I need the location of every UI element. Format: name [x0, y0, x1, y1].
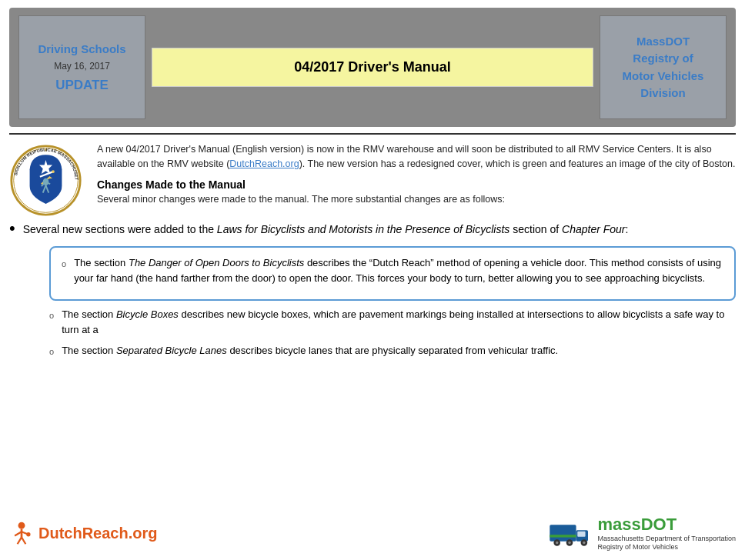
- svg-point-4: [52, 170, 55, 173]
- dutch-reach-text: DutchReach.org: [38, 525, 157, 542]
- laws-italic: Laws for Bicyclists and Motorists in the…: [217, 223, 509, 235]
- massdot-main-text: massDOT: [597, 515, 677, 535]
- svg-point-27: [569, 542, 571, 544]
- svg-rect-30: [550, 535, 576, 537]
- main-bullet-dot: •: [9, 218, 15, 238]
- motor-vehicles-label: Motor Vehicles: [623, 68, 704, 85]
- svg-line-18: [18, 538, 22, 545]
- chapter-italic: Chapter Four: [562, 223, 625, 235]
- rmv-link[interactable]: DutchReach.org: [229, 158, 299, 169]
- svg-point-20: [26, 532, 30, 536]
- main-bullet-section: • Several new sections were added to the…: [0, 222, 745, 358]
- seal-container: ★ SIGILLUM REIPUBLICAE MASSACHUSETTENSIS: [9, 142, 86, 217]
- massachusetts-seal: ★ SIGILLUM REIPUBLICAE MASSACHUSETTENSIS: [9, 144, 82, 217]
- update-date-label: May 16, 2017: [54, 61, 110, 72]
- massdot-sub-text-1: Massachusetts Department of Transportati…: [597, 535, 736, 544]
- driving-schools-label: Driving Schools: [38, 42, 125, 57]
- sub-bullet-2: o The section Bicycle Boxes describes ne…: [49, 307, 736, 337]
- content-area: ★ SIGILLUM REIPUBLICAE MASSACHUSETTENSIS…: [0, 142, 745, 217]
- registry-label: Registry of: [633, 50, 693, 68]
- header-left-box: Driving Schools May 16, 2017 UPDATE: [18, 15, 145, 119]
- sub-bullets-container: o The section The Danger of Open Doors t…: [9, 246, 736, 358]
- sub-bullet-1: o The section The Danger of Open Doors t…: [62, 255, 723, 285]
- division-label: Division: [640, 85, 685, 102]
- dutch-reach-person-icon: [9, 521, 34, 545]
- changes-subtext: Several minor changes were made to the m…: [97, 194, 736, 205]
- bicycle-boxes-italic: Bicycle Boxes: [116, 308, 179, 320]
- svg-rect-21: [550, 525, 576, 542]
- massdot-label: MassDOT: [636, 33, 690, 51]
- text-content: A new 04/2017 Driver's Manual (English v…: [97, 142, 736, 217]
- main-bullet-text: Several new sections were added to the L…: [23, 222, 629, 238]
- svg-point-25: [556, 542, 558, 544]
- danger-italic: The Danger of Open Doors to Bicyclists: [129, 257, 304, 268]
- header-right-box: MassDOT Registry of Motor Vehicles Divis…: [600, 15, 727, 119]
- sub-bullet-dot-1: o: [62, 258, 66, 271]
- manual-title: 04/2017 Driver's Manual: [152, 48, 593, 87]
- sub-bullet-text-1: The section The Danger of Open Doors to …: [74, 255, 723, 285]
- footer: DutchReach.org massDOT Massachusetts Dep…: [9, 515, 736, 552]
- sub-bullet-text-2: The section Bicycle Boxes describes new …: [62, 307, 736, 337]
- massdot-sub-text-2: Registry of Motor Vehicles: [597, 543, 678, 552]
- sub-bullet-text-3: The section Separated Bicycle Lanes desc…: [62, 343, 558, 358]
- svg-line-19: [22, 538, 25, 545]
- sub-bullet-dot-3: o: [49, 345, 54, 358]
- massdot-logo-text: massDOT Massachusetts Department of Tran…: [597, 515, 736, 552]
- dutch-reach-logo: DutchReach.org: [9, 521, 157, 545]
- massdot-logo: massDOT Massachusetts Department of Tran…: [546, 515, 736, 552]
- massdot-truck-icon: [546, 518, 593, 548]
- changes-heading: Changes Made to the Manual: [97, 178, 736, 191]
- main-bullet-item: • Several new sections were added to the…: [9, 222, 736, 238]
- update-label: UPDATE: [55, 78, 109, 93]
- highlight-box: o The section The Danger of Open Doors t…: [49, 246, 736, 301]
- dot-blue-text: DOT: [641, 515, 677, 534]
- svg-point-14: [18, 522, 25, 529]
- header-container: Driving Schools May 16, 2017 UPDATE 04/2…: [9, 8, 736, 127]
- header-center-box: 04/2017 Driver's Manual: [152, 15, 593, 119]
- svg-point-29: [583, 542, 586, 544]
- svg-rect-23: [578, 532, 586, 537]
- mass-green-text: mass: [597, 515, 640, 534]
- sub-bullet-dot-2: o: [49, 309, 54, 322]
- sub-bullet-3: o The section Separated Bicycle Lanes de…: [49, 343, 736, 358]
- svg-line-16: [15, 532, 22, 536]
- intro-paragraph: A new 04/2017 Driver's Manual (English v…: [97, 142, 736, 172]
- horizontal-divider: [9, 133, 736, 135]
- separated-lanes-italic: Separated Bicycle Lanes: [116, 345, 227, 356]
